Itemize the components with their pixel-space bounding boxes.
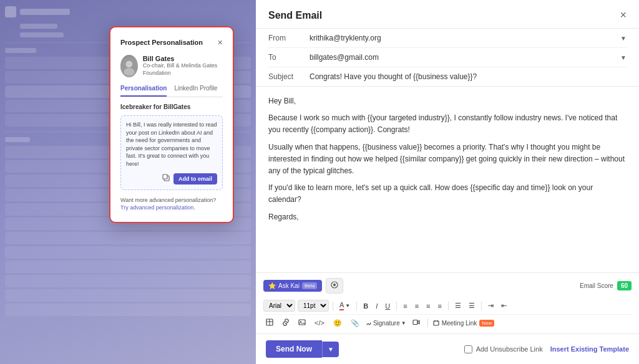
- align-right-button[interactable]: ≡: [424, 301, 432, 311]
- to-value[interactable]: billgates@gmail.com ▼: [310, 53, 627, 62]
- email-header: Send Email ×: [256, 0, 639, 29]
- formatting-toolbar: Arial 11pt A▼ B I U ≡ ≡ ≡ ≡ ☰ ☰ ⇥ ⇤: [263, 297, 632, 315]
- video-button[interactable]: [410, 317, 422, 328]
- tab-linkedin-profile[interactable]: LinkedIn Profile: [174, 85, 217, 97]
- ai-settings-button[interactable]: [326, 278, 343, 294]
- svg-point-2: [124, 68, 134, 75]
- attach-button[interactable]: 📎: [348, 318, 362, 328]
- unsubscribe-label: Add Unsubscribe Link: [476, 345, 543, 353]
- actions-right: Add Unsubscribe Link Insert Existing Tem…: [464, 345, 629, 353]
- image-insert-button[interactable]: [296, 317, 308, 328]
- align-left-button[interactable]: ≡: [401, 301, 409, 311]
- modal-title: Prospect Personalisation: [120, 39, 203, 46]
- bold-button[interactable]: B: [361, 301, 371, 311]
- from-label: From: [268, 34, 300, 42]
- align-justify-button[interactable]: ≡: [436, 301, 444, 311]
- modal-close-button[interactable]: ×: [218, 37, 223, 47]
- avatar: [120, 55, 138, 77]
- italic-button[interactable]: I: [373, 301, 380, 311]
- email-body[interactable]: Hey Bill, Because I work so much with {{…: [256, 87, 639, 272]
- to-label: To: [268, 53, 300, 62]
- send-now-button[interactable]: Send Now: [266, 340, 322, 358]
- emoji-button[interactable]: 🙂: [331, 318, 344, 328]
- left-sidebar: Prospect Personalisation × Bill Gates Co…: [0, 0, 256, 364]
- body-line-3: Usually when that happens, {{business va…: [268, 141, 627, 178]
- to-dropdown-arrow: ▼: [620, 54, 627, 61]
- bullet-list-button[interactable]: ☰: [452, 300, 464, 311]
- from-dropdown-arrow: ▼: [620, 35, 627, 42]
- svg-rect-4: [163, 175, 167, 179]
- email-panel-title: Send Email: [268, 10, 322, 21]
- svg-point-6: [333, 284, 336, 286]
- icebreaker-box: Hi Bill, I was really interested to read…: [120, 115, 223, 190]
- icebreaker-label: Icebreaker for BillGates: [120, 103, 223, 110]
- table-insert-button[interactable]: [263, 317, 276, 328]
- meeting-link-label: Meeting Link: [442, 320, 477, 327]
- to-field-row: To billgates@gmail.com ▼: [268, 48, 627, 67]
- email-score-label: Email Score: [580, 282, 613, 289]
- meeting-link-button[interactable]: Meeting Link New: [433, 320, 495, 327]
- email-close-button[interactable]: ×: [620, 9, 627, 22]
- email-toolbar: ⭐ Ask Kai Beta Email Score 60 Arial: [256, 272, 639, 333]
- code-button[interactable]: </>: [312, 318, 327, 328]
- font-family-select[interactable]: Arial: [263, 300, 295, 312]
- insert-toolbar: </> 🙂 📎 Signature ▼ Meeting Link New: [263, 315, 632, 331]
- email-panel: Send Email × From krithika@tryklenty.org…: [256, 0, 639, 364]
- icebreaker-text: Hi Bill, I was really interested to read…: [126, 121, 217, 168]
- indent-button[interactable]: ⇥: [485, 300, 496, 311]
- email-actions-bar: Send Now ▼ Add Unsubscribe Link Insert E…: [256, 333, 639, 364]
- subject-field-row: Subject Congrats! Have you thought of {{…: [268, 67, 627, 86]
- body-line-2: Because I work so much with {{your targe…: [268, 112, 627, 136]
- unsubscribe-checkbox[interactable]: Add Unsubscribe Link: [464, 345, 543, 353]
- align-center-button[interactable]: ≡: [412, 301, 421, 311]
- link-insert-button[interactable]: [280, 317, 292, 328]
- copy-icebreaker-button[interactable]: [162, 174, 170, 183]
- signature-label: Signature: [373, 320, 400, 327]
- beta-badge: Beta: [302, 282, 317, 289]
- send-dropdown-button[interactable]: ▼: [322, 342, 339, 357]
- underline-button[interactable]: U: [383, 301, 393, 311]
- svg-rect-10: [299, 320, 305, 325]
- body-line-5: Regards,: [268, 211, 627, 223]
- send-now-group: Send Now ▼: [266, 340, 339, 358]
- svg-rect-13: [434, 321, 439, 325]
- tab-personalisation[interactable]: Personalisation: [120, 85, 167, 97]
- advanced-personalization: Want more advanced personalization? Try …: [120, 196, 223, 212]
- prospect-modal: Prospect Personalisation × Bill Gates Co…: [109, 26, 234, 223]
- email-score: Email Score 60: [580, 281, 632, 290]
- body-line-4: If you'd like to learn more, let's set u…: [268, 182, 627, 206]
- modal-tabs: Personalisation LinkedIn Profile: [120, 85, 223, 97]
- from-field-row: From krithika@tryklenty.org ▼: [268, 29, 627, 48]
- font-color-button[interactable]: A▼: [337, 300, 353, 312]
- subject-label: Subject: [268, 72, 300, 81]
- advanced-personalization-link[interactable]: Try advanced personalization.: [120, 204, 195, 211]
- ask-kai-label: Ask Kai: [278, 282, 300, 289]
- new-badge: New: [479, 320, 494, 327]
- insert-template-button[interactable]: Insert Existing Template: [550, 345, 629, 353]
- numbered-list-button[interactable]: ☰: [466, 300, 477, 311]
- email-fields: From krithika@tryklenty.org ▼ To billgat…: [256, 29, 639, 87]
- add-to-email-button[interactable]: Add to email: [173, 173, 217, 184]
- svg-point-1: [125, 61, 132, 68]
- signature-button[interactable]: Signature ▼: [366, 320, 406, 327]
- signature-dropdown-arrow: ▼: [401, 320, 406, 326]
- unsubscribe-input[interactable]: [464, 345, 472, 353]
- ask-kai-button[interactable]: ⭐ Ask Kai Beta: [263, 280, 322, 292]
- body-line-1: Hey Bill,: [268, 95, 627, 107]
- from-value[interactable]: krithika@tryklenty.org ▼: [310, 34, 627, 42]
- email-score-value: 60: [617, 281, 632, 290]
- font-size-select[interactable]: 11pt: [298, 300, 329, 312]
- prospect-role: Co-chair, Bill & Melinda Gates Foundatio…: [143, 62, 223, 77]
- svg-rect-12: [413, 320, 417, 325]
- prospect-profile: Bill Gates Co-chair, Bill & Melinda Gate…: [120, 55, 223, 77]
- subject-value[interactable]: Congrats! Have you thought of {{business…: [310, 72, 627, 81]
- outdent-button[interactable]: ⇤: [499, 300, 509, 311]
- prospect-name: Bill Gates: [143, 55, 223, 62]
